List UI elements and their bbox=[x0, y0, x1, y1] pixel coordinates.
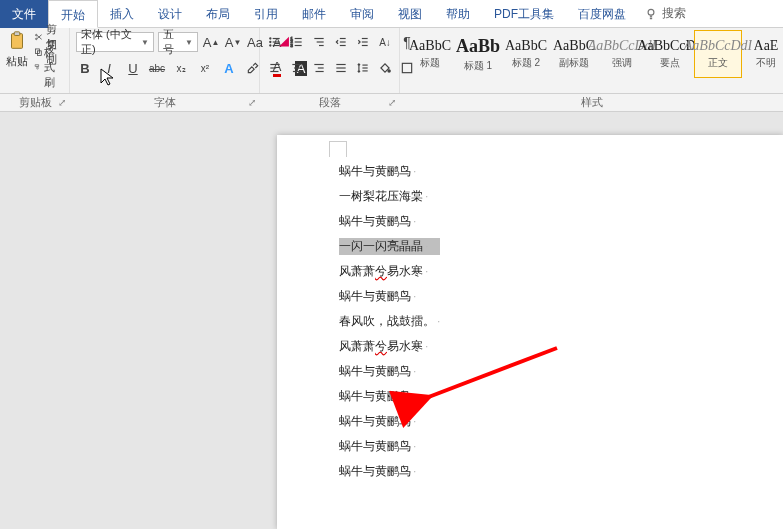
clipboard-icon bbox=[6, 30, 28, 52]
style-name-label: 强调 bbox=[612, 56, 632, 70]
justify-button[interactable] bbox=[332, 59, 350, 77]
style-card-1[interactable]: AaBb标题 1 bbox=[454, 30, 502, 78]
doc-line-8[interactable]: 蜗牛与黄鹂鸟· bbox=[339, 363, 440, 380]
style-name-label: 要点 bbox=[660, 56, 680, 70]
strike-button[interactable]: abc bbox=[148, 59, 166, 77]
doc-line-9[interactable]: 蜗牛与黄鹂鸟· bbox=[339, 388, 440, 405]
group-paragraph: 123 A↓ ¶ bbox=[260, 28, 400, 93]
tab-8[interactable]: 帮助 bbox=[434, 0, 482, 28]
doc-line-7[interactable]: 风萧萧兮易水寒· bbox=[339, 338, 440, 355]
svg-rect-2 bbox=[14, 32, 20, 36]
grow-font-button[interactable]: A▲ bbox=[202, 33, 220, 51]
chevron-down-icon: ▼ bbox=[185, 38, 193, 47]
tab-10[interactable]: 百度网盘 bbox=[566, 0, 638, 28]
indent-inc-button[interactable] bbox=[354, 33, 372, 51]
indent-icon bbox=[356, 35, 370, 49]
highlighter-icon bbox=[246, 61, 260, 75]
svg-text:3: 3 bbox=[291, 43, 294, 48]
underline-button[interactable]: U bbox=[124, 59, 142, 77]
shrink-font-button[interactable]: A▼ bbox=[224, 33, 242, 51]
doc-line-3[interactable]: 一闪一闪亮晶晶· bbox=[339, 238, 440, 255]
style-card-0[interactable]: AaBbC标题 bbox=[406, 30, 454, 78]
doc-line-2[interactable]: 蜗牛与黄鹂鸟· bbox=[339, 213, 440, 230]
tab-1[interactable]: 插入 bbox=[98, 0, 146, 28]
svg-point-0 bbox=[648, 9, 654, 15]
line-spacing-icon bbox=[356, 61, 370, 75]
style-preview: AaBbC bbox=[409, 38, 451, 54]
tab-6[interactable]: 审阅 bbox=[338, 0, 386, 28]
style-card-6[interactable]: AaBbCcDdI正文 bbox=[694, 30, 742, 78]
list-number-icon: 123 bbox=[290, 35, 304, 49]
indent-dec-button[interactable] bbox=[332, 33, 350, 51]
menu-tabs: 文件 开始插入设计布局引用邮件审阅视图帮助PDF工具集百度网盘 搜索 bbox=[0, 0, 783, 28]
superscript-button[interactable]: x² bbox=[196, 59, 214, 77]
tab-3[interactable]: 布局 bbox=[194, 0, 242, 28]
style-name-label: 正文 bbox=[708, 56, 728, 70]
document-body[interactable]: 蜗牛与黄鹂鸟·一树梨花压海棠·蜗牛与黄鹂鸟·一闪一闪亮晶晶·风萧萧兮易水寒·蜗牛… bbox=[339, 163, 440, 480]
doc-line-0[interactable]: 蜗牛与黄鹂鸟· bbox=[339, 163, 440, 180]
doc-line-12[interactable]: 蜗牛与黄鹂鸟· bbox=[339, 463, 440, 480]
document-page[interactable]: 蜗牛与黄鹂鸟·一树梨花压海棠·蜗牛与黄鹂鸟·一闪一闪亮晶晶·风萧萧兮易水寒·蜗牛… bbox=[277, 135, 783, 529]
italic-button[interactable]: I bbox=[100, 59, 118, 77]
doc-line-10[interactable]: 蜗牛与黄鹂鸟· bbox=[339, 413, 440, 430]
scissors-icon bbox=[34, 31, 43, 43]
tab-9[interactable]: PDF工具集 bbox=[482, 0, 566, 28]
svg-point-4 bbox=[36, 38, 38, 40]
ribbon: 粘贴 剪切 复制 格式刷 宋体 (中文正)▼ 五号▼ A▲ A▼ Aa A◢ bbox=[0, 28, 783, 94]
clipboard-launcher[interactable]: ⤢ bbox=[58, 97, 66, 108]
style-preview: AaBbC bbox=[505, 38, 547, 54]
bold-button[interactable]: B bbox=[76, 59, 94, 77]
group-label-bar: 剪贴板⤢ 字体⤢ 段落⤢ 样式 bbox=[0, 94, 783, 112]
copy-icon bbox=[34, 46, 43, 58]
brush-icon bbox=[34, 61, 41, 73]
style-name-label: 副标题 bbox=[559, 56, 589, 70]
tab-7[interactable]: 视图 bbox=[386, 0, 434, 28]
sort-button[interactable]: A↓ bbox=[376, 33, 394, 51]
tab-4[interactable]: 引用 bbox=[242, 0, 290, 28]
format-painter-button[interactable]: 格式刷 bbox=[34, 60, 63, 74]
line-spacing-button[interactable] bbox=[354, 59, 372, 77]
paste-label: 粘贴 bbox=[6, 54, 28, 69]
font-launcher[interactable]: ⤢ bbox=[248, 97, 256, 108]
list-multi-icon bbox=[312, 35, 326, 49]
bullets-button[interactable] bbox=[266, 33, 284, 51]
numbering-button[interactable]: 123 bbox=[288, 33, 306, 51]
multilevel-button[interactable] bbox=[310, 33, 328, 51]
shading-button[interactable] bbox=[376, 59, 394, 77]
paste-button[interactable]: 粘贴 bbox=[6, 30, 28, 69]
style-name-label: 标题 1 bbox=[464, 59, 492, 73]
font-name-combo[interactable]: 宋体 (中文正)▼ bbox=[76, 32, 154, 52]
doc-line-5[interactable]: 蜗牛与黄鹂鸟· bbox=[339, 288, 440, 305]
tab-5[interactable]: 邮件 bbox=[290, 0, 338, 28]
align-center-button[interactable] bbox=[288, 59, 306, 77]
svg-point-9 bbox=[270, 41, 271, 42]
svg-point-43 bbox=[388, 70, 390, 72]
align-center-icon bbox=[290, 61, 304, 75]
doc-line-4[interactable]: 风萧萧兮易水寒· bbox=[339, 263, 440, 280]
align-justify-icon bbox=[334, 61, 348, 75]
tell-me-search[interactable]: 搜索 bbox=[644, 5, 686, 22]
styles-group-label: 样式 bbox=[581, 95, 603, 110]
font-size-combo[interactable]: 五号▼ bbox=[158, 32, 198, 52]
document-workspace[interactable]: 蜗牛与黄鹂鸟·一树梨花压海棠·蜗牛与黄鹂鸟·一闪一闪亮晶晶·风萧萧兮易水寒·蜗牛… bbox=[0, 112, 783, 529]
align-left-icon bbox=[268, 61, 282, 75]
tab-2[interactable]: 设计 bbox=[146, 0, 194, 28]
paragraph-group-label: 段落 bbox=[319, 95, 341, 110]
svg-point-3 bbox=[36, 34, 38, 36]
doc-line-1[interactable]: 一树梨花压海棠· bbox=[339, 188, 440, 205]
outdent-icon bbox=[334, 35, 348, 49]
doc-line-6[interactable]: 春风吹，战鼓擂。· bbox=[339, 313, 440, 330]
page-corner-marker bbox=[329, 141, 347, 157]
align-left-button[interactable] bbox=[266, 59, 284, 77]
tab-file[interactable]: 文件 bbox=[0, 0, 48, 28]
subscript-button[interactable]: x₂ bbox=[172, 59, 190, 77]
style-preview: AaE bbox=[754, 38, 779, 54]
text-effects-button[interactable]: A bbox=[220, 59, 238, 77]
style-card-7[interactable]: AaE不明 bbox=[742, 30, 783, 78]
chevron-down-icon: ▼ bbox=[141, 38, 149, 47]
style-card-2[interactable]: AaBbC标题 2 bbox=[502, 30, 550, 78]
align-right-button[interactable] bbox=[310, 59, 328, 77]
group-font: 宋体 (中文正)▼ 五号▼ A▲ A▼ Aa A◢ B I U abc x₂ x… bbox=[70, 28, 260, 93]
paragraph-launcher[interactable]: ⤢ bbox=[388, 97, 396, 108]
doc-line-11[interactable]: 蜗牛与黄鹂鸟· bbox=[339, 438, 440, 455]
